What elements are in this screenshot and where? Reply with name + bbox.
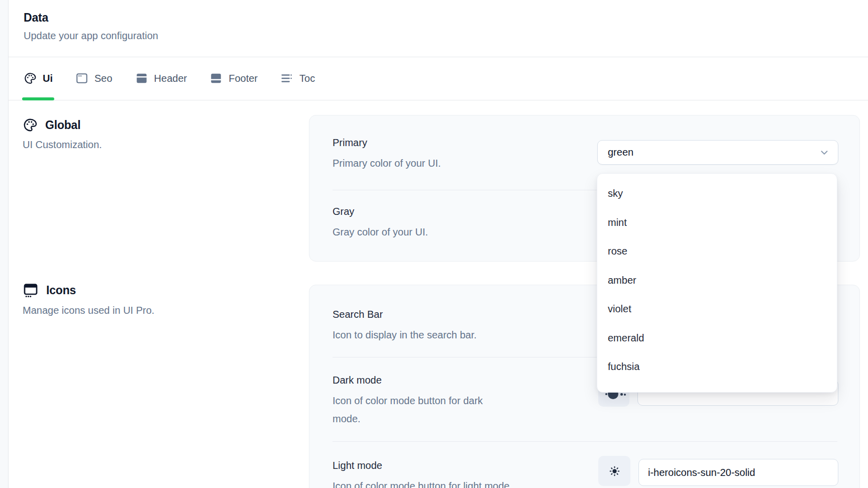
- tab-footer[interactable]: Footer: [209, 57, 258, 100]
- window-dots-icon: [23, 282, 39, 298]
- field-label-primary: Primary: [333, 137, 367, 149]
- field-desc-gray: Gray color of your UI.: [333, 223, 513, 241]
- dropdown-option-mint[interactable]: mint: [597, 208, 837, 237]
- tab-header[interactable]: Header: [135, 57, 187, 100]
- sun-icon: [608, 464, 621, 478]
- row-divider: [333, 441, 837, 442]
- tab-label: Footer: [229, 73, 258, 84]
- page-title: Data: [24, 11, 158, 25]
- active-tab-underline: [22, 97, 54, 100]
- tab-label: Ui: [43, 73, 53, 84]
- chevron-down-icon: [819, 147, 830, 158]
- palette-icon: [24, 72, 37, 85]
- tab-label: Seo: [94, 73, 113, 84]
- palette-icon: [23, 117, 38, 133]
- tab-label: Header: [154, 73, 187, 84]
- tab-ui[interactable]: Ui: [24, 57, 53, 100]
- window-icon: [75, 72, 88, 85]
- tab-label: Toc: [299, 73, 315, 84]
- dropdown-option-sky[interactable]: sky: [597, 179, 837, 208]
- primary-color-dropdown: sky mint rose amber violet emerald fuchs…: [597, 173, 837, 393]
- primary-color-value: green: [608, 147, 819, 158]
- panel-top-icon: [135, 72, 148, 85]
- field-desc-primary: Primary color of your UI.: [333, 154, 513, 172]
- field-desc-dark-mode: Icon of color mode button for dark mode.: [333, 392, 513, 428]
- dropdown-option-amber[interactable]: amber: [597, 266, 837, 295]
- panel-bottom-icon: [209, 72, 223, 85]
- field-label-light-mode: Light mode: [333, 460, 382, 471]
- left-gutter: [0, 0, 9, 488]
- section-description: UI Customization.: [23, 139, 294, 151]
- light-mode-icon-input[interactable]: [638, 459, 838, 486]
- section-description: Manage icons used in UI Pro.: [23, 305, 294, 316]
- field-label-gray: Gray: [333, 206, 354, 217]
- section-global: Global UI Customization.: [23, 117, 294, 151]
- light-mode-icon-preview: [598, 456, 630, 486]
- field-desc-light-mode: Icon of color mode button for light mode…: [333, 477, 513, 488]
- primary-color-select[interactable]: green: [597, 140, 838, 165]
- dropdown-option-emerald[interactable]: emerald: [597, 324, 837, 353]
- page-subtitle: Update your app configuration: [24, 30, 158, 42]
- dropdown-option-rose[interactable]: rose: [597, 237, 837, 266]
- field-label-dark-mode: Dark mode: [333, 375, 382, 386]
- section-title: Icons: [46, 284, 76, 297]
- tab-toc[interactable]: Toc: [280, 57, 315, 100]
- section-icons: Icons Manage icons used in UI Pro.: [23, 282, 294, 316]
- list-icon: [280, 72, 293, 85]
- dropdown-option-violet[interactable]: violet: [597, 295, 837, 324]
- field-desc-search-bar: Icon to display in the search bar.: [333, 326, 513, 344]
- tabs-bar: Ui Seo Header Footer Toc: [9, 57, 868, 100]
- tab-seo[interactable]: Seo: [75, 57, 113, 100]
- field-label-search-bar: Search Bar: [333, 309, 383, 320]
- page-header: Data Update your app configuration: [24, 11, 158, 42]
- dropdown-option-fuchsia[interactable]: fuchsia: [597, 352, 837, 382]
- section-title: Global: [45, 118, 80, 132]
